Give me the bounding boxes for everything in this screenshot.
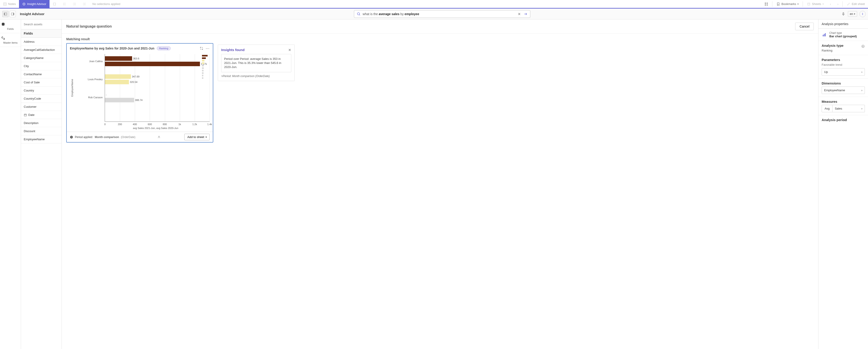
chevron-down-icon: ▾: [854, 13, 855, 15]
chevron-down-icon: ▾: [798, 3, 799, 5]
notes-button[interactable]: Notes: [0, 0, 19, 8]
bookmarks-label: Bookmarks: [781, 2, 796, 6]
svg-point-19: [357, 13, 360, 15]
field-item[interactable]: CountryCode: [21, 95, 62, 103]
x-tick: 1.2k: [192, 123, 197, 126]
x-tick: 0: [104, 123, 105, 126]
bar-chart-icon: [822, 32, 827, 37]
info-button[interactable]: i: [859, 11, 866, 17]
add-to-sheet-label: Add to sheet: [187, 135, 204, 139]
chart-plot-area[interactable]: 02004006008001k1.2k1.4kJoan Callins363.6…: [105, 54, 210, 122]
exploration-icon[interactable]: [157, 135, 161, 139]
svg-rect-31: [825, 33, 826, 36]
svg-rect-13: [808, 3, 810, 5]
lang-value: en: [850, 12, 853, 15]
sheets-label: Sheets: [812, 2, 821, 6]
measure-agg[interactable]: Avg: [822, 105, 833, 112]
notes-icon: [3, 2, 7, 6]
chart-minimap[interactable]: [202, 55, 208, 80]
clear-search-button[interactable]: [517, 12, 522, 16]
lasso-icon: [53, 2, 56, 6]
rail-fields[interactable]: Fields: [0, 20, 21, 33]
sheets-icon: [807, 2, 811, 6]
grid-button[interactable]: [761, 0, 771, 8]
chart-card: EmployeeName by avg Sales for 2020-Jun a…: [66, 43, 213, 143]
chart-bar[interactable]: 1.27k: [105, 62, 200, 66]
chart-footer: Period applied: Month comparison (OrderD…: [67, 132, 213, 142]
chart-bar[interactable]: 363.6: [105, 56, 132, 61]
help-icon[interactable]: ?: [861, 44, 865, 48]
field-item[interactable]: Discount: [21, 127, 62, 135]
period-applied-label: Period applied:: [75, 136, 93, 139]
svg-rect-12: [767, 4, 768, 5]
grid-icon: [765, 2, 768, 6]
close-insights-button[interactable]: [288, 48, 291, 51]
dimension-selector[interactable]: EmployeeName ›: [822, 86, 865, 94]
field-item[interactable]: AverageCallSatisfaction: [21, 46, 62, 54]
fields-search-input[interactable]: [23, 21, 60, 27]
dimension-value: EmployeeName: [824, 89, 845, 92]
field-item[interactable]: EmployeeName: [21, 135, 62, 143]
field-item[interactable]: Customer: [21, 103, 62, 111]
svg-line-20: [360, 15, 360, 15]
insight-icon: [22, 2, 26, 6]
bar-value-label: 347.69: [132, 75, 140, 78]
field-item[interactable]: Date: [21, 111, 62, 119]
search-box[interactable]: what is the average sales by employee: [354, 10, 530, 18]
chart-more-button[interactable]: ···: [206, 47, 210, 50]
search-input[interactable]: what is the average sales by employee: [363, 12, 515, 16]
submit-search-button[interactable]: [523, 12, 528, 16]
x-tick: 1k: [179, 123, 181, 126]
chart-bar[interactable]: 347.69: [105, 74, 131, 79]
bookmarks-button[interactable]: Bookmarks ▾: [773, 0, 802, 8]
view-toggle-left-panel[interactable]: [2, 11, 9, 17]
measure-selector[interactable]: Avg Sales ›: [822, 105, 865, 112]
sel-back-icon: [63, 2, 66, 6]
field-item[interactable]: City: [21, 62, 62, 70]
svg-text:?: ?: [862, 45, 864, 48]
selection-back: [60, 0, 69, 8]
rail-master-items[interactable]: Master items: [0, 33, 21, 47]
fav-trend-selector[interactable]: Up ›: [822, 68, 865, 76]
field-item[interactable]: CategoryName: [21, 54, 62, 62]
svg-point-4: [24, 4, 24, 4]
clear-selections: [80, 0, 89, 8]
fields-list[interactable]: AddressAverageCallSatisfactionCategoryNa…: [21, 38, 62, 349]
sheets-button: Sheets ▾: [804, 0, 827, 8]
left-rail: Fields Master items: [0, 20, 21, 349]
nlq-header: Natural language question Cancel: [62, 20, 818, 34]
field-item[interactable]: Cost of Sale: [21, 78, 62, 86]
chart-bar[interactable]: 320.54: [105, 80, 129, 84]
chart-title: EmployeeName by avg Sales for 2020-Jun a…: [70, 46, 154, 50]
svg-rect-30: [824, 34, 825, 36]
expand-chart-button[interactable]: [200, 47, 203, 50]
view-toggle-right-panel[interactable]: [9, 11, 16, 17]
pencil-icon: [847, 2, 850, 6]
selection-tool-1[interactable]: [50, 0, 60, 8]
add-to-sheet-button[interactable]: Add to sheet ▾: [184, 134, 210, 140]
fav-trend-value: Up: [824, 70, 828, 74]
matching-result-title: Matching result: [66, 37, 213, 41]
insight-advisor-button[interactable]: Insight Advisor: [19, 0, 50, 8]
y-category-label: Louis Presley: [75, 78, 103, 81]
language-selector[interactable]: en ▾: [848, 11, 857, 17]
svg-rect-9: [765, 3, 766, 4]
top-toolbar: Notes Insight Advisor No selections appl…: [0, 0, 868, 9]
rail-fields-label: Fields: [7, 28, 13, 30]
selection-forward: [69, 0, 80, 8]
chart-bar[interactable]: 388.74: [105, 98, 134, 102]
notes-label: Notes: [8, 2, 16, 6]
cancel-button[interactable]: Cancel: [795, 23, 814, 30]
chart-type-label: Chart type: [829, 31, 857, 35]
field-item[interactable]: Description: [21, 119, 62, 127]
field-item[interactable]: Country: [21, 86, 62, 95]
svg-rect-5: [53, 3, 56, 5]
field-item[interactable]: ContactName: [21, 70, 62, 78]
bar-value-label: 388.74: [135, 99, 143, 101]
analysis-period-section: Analysis period: [818, 115, 868, 126]
mic-button[interactable]: [841, 12, 846, 16]
field-item[interactable]: Address: [21, 38, 62, 46]
database-icon: [1, 22, 20, 27]
search-icon: [356, 12, 361, 16]
sel-fwd-icon: [72, 2, 76, 6]
